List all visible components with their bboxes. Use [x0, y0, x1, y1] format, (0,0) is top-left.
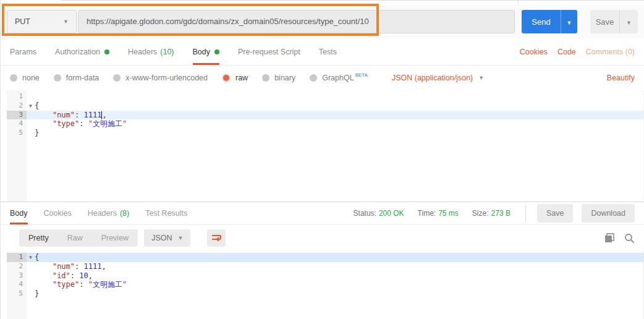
search-button[interactable]: [624, 233, 635, 244]
copy-button[interactable]: [604, 233, 615, 244]
top-edge-divider: [61, 0, 644, 1]
token-plain: [35, 262, 53, 271]
save-options-button[interactable]: ▼: [619, 10, 638, 33]
tab-body[interactable]: Body: [193, 38, 220, 65]
url-input[interactable]: https://apigate.glodon.com/gdc/domains/z…: [78, 10, 515, 33]
code-line[interactable]: 3 "num": 1111,: [1, 111, 643, 120]
tab-label: Test Results: [145, 209, 187, 218]
response-tab-cookies[interactable]: Cookies: [44, 202, 72, 224]
token-plain: :: [75, 111, 83, 119]
tab-tests[interactable]: Tests: [319, 38, 337, 65]
tab-authorization[interactable]: Authorization: [55, 38, 109, 65]
response-body-editor[interactable]: 1▼{2 "num": 1111,3 "id": 10,4 "type": "文…: [1, 251, 644, 319]
radio-icon: [310, 74, 317, 82]
size-value: 273 B: [491, 209, 511, 218]
download-button[interactable]: Download: [582, 204, 635, 223]
line-number: 5: [7, 289, 27, 299]
chevron-down-icon: ▼: [177, 236, 183, 241]
chevron-down-icon: ▼: [63, 19, 69, 25]
line-number: 4: [7, 119, 27, 129]
view-pretty[interactable]: Pretty: [19, 229, 58, 247]
send-options-button[interactable]: ▼: [561, 10, 577, 33]
token-plain: {: [35, 253, 39, 262]
token-strq: ": [122, 280, 127, 289]
body-type-form-data[interactable]: form-data: [54, 74, 100, 82]
fold-spacer: [27, 271, 35, 281]
time-stat: Time:75 ms: [418, 209, 459, 218]
method-select[interactable]: PUT ▼: [7, 10, 77, 33]
body-type-x-www-form-urlencoded[interactable]: x-www-form-urlencoded: [113, 74, 208, 82]
code-line[interactable]: 2 "num": 1111,: [1, 262, 643, 271]
tab-pre-request-script[interactable]: Pre-request Script: [238, 38, 300, 65]
line-number: 1: [7, 253, 27, 262]
body-type-binary[interactable]: binary: [262, 74, 295, 82]
token-num: 10: [79, 271, 88, 280]
body-type-raw[interactable]: raw: [222, 74, 248, 82]
tab-headers[interactable]: Headers(10): [128, 38, 174, 65]
radio-label: binary: [274, 74, 295, 82]
code-line[interactable]: 5}: [1, 129, 643, 138]
tab-params[interactable]: Params: [10, 38, 36, 65]
token-plain: :: [75, 262, 83, 271]
wrap-text-button[interactable]: [207, 229, 226, 247]
code-line[interactable]: 1: [1, 92, 643, 101]
code-line[interactable]: 4 "type": "文明施工": [1, 280, 643, 289]
request-links: CookiesCodeComments (0): [520, 38, 635, 65]
token-plain: [35, 280, 53, 289]
copy-icon: [604, 233, 615, 244]
send-button-group: Send ▼: [522, 10, 577, 33]
code-line[interactable]: 5}: [1, 289, 643, 299]
tab-label: Body: [193, 48, 211, 56]
wrap-text-icon: [211, 233, 222, 243]
token-num: 1111: [83, 262, 101, 271]
size-stat: Size:273 B: [472, 209, 511, 218]
green-dot-icon: [214, 49, 219, 54]
code-content: {: [35, 253, 643, 262]
content-type-select[interactable]: JSON (application/json) ▼: [392, 74, 484, 82]
token-strq: ": [88, 119, 93, 128]
save-response-button[interactable]: Save: [537, 204, 574, 223]
response-tool-icons: [604, 233, 635, 244]
response-format-select[interactable]: JSON ▼: [144, 229, 190, 247]
tab-count: (10): [160, 48, 174, 56]
token-plain: }: [35, 129, 39, 137]
code-line[interactable]: 4 "type": "文明施工": [1, 119, 643, 129]
line-number: 1: [7, 92, 27, 101]
save-button-group: Save ▼: [590, 10, 638, 33]
line-number: 5: [7, 129, 27, 138]
body-type-graphql[interactable]: GraphQLBETA: [310, 74, 368, 82]
body-type-none[interactable]: none: [10, 74, 40, 82]
code-line[interactable]: 3 "id": 10,: [1, 271, 643, 281]
line-number: 2: [7, 101, 27, 111]
code-line[interactable]: 1▼{: [1, 253, 643, 262]
link-cookies[interactable]: Cookies: [520, 48, 548, 56]
response-tab-body[interactable]: Body: [10, 202, 28, 224]
top-strip: [1, 0, 644, 5]
link-comments-0-[interactable]: Comments (0): [586, 48, 635, 56]
token-plain: }: [35, 289, 39, 298]
tab-label: Params: [10, 48, 36, 56]
code-content: "num": 1111,: [35, 262, 643, 271]
send-button[interactable]: Send: [522, 10, 561, 33]
fold-arrow-icon[interactable]: ▼: [27, 101, 35, 111]
response-tab-headers[interactable]: Headers(8): [88, 202, 130, 224]
view-preview[interactable]: Preview: [92, 229, 138, 247]
chevron-down-icon: ▼: [567, 20, 572, 26]
body-type-options: noneform-datax-www-form-urlencodedrawbin…: [10, 74, 382, 82]
fold-spacer: [27, 280, 35, 289]
view-raw[interactable]: Raw: [58, 229, 92, 247]
code-line[interactable]: 2▼{: [1, 101, 643, 111]
tab-label: Headers: [128, 48, 157, 56]
beautify-link[interactable]: Beautify: [607, 74, 635, 82]
request-body-editor[interactable]: 12▼{3 "num": 1111,4 "type": "文明施工"5}: [1, 90, 644, 202]
request-tabs: ParamsAuthorizationHeaders(10)BodyPre-re…: [10, 38, 355, 65]
save-request-button[interactable]: Save: [590, 10, 619, 33]
token-num: 1111: [83, 111, 101, 119]
response-tab-test-results[interactable]: Test Results: [145, 202, 187, 224]
token-key: "id": [53, 271, 70, 280]
token-plain: ,: [88, 271, 93, 280]
link-code[interactable]: Code: [557, 48, 576, 56]
fold-arrow-icon[interactable]: ▼: [27, 253, 35, 262]
token-key: "num": [53, 262, 75, 271]
code-content: "num": 1111,: [35, 111, 643, 120]
